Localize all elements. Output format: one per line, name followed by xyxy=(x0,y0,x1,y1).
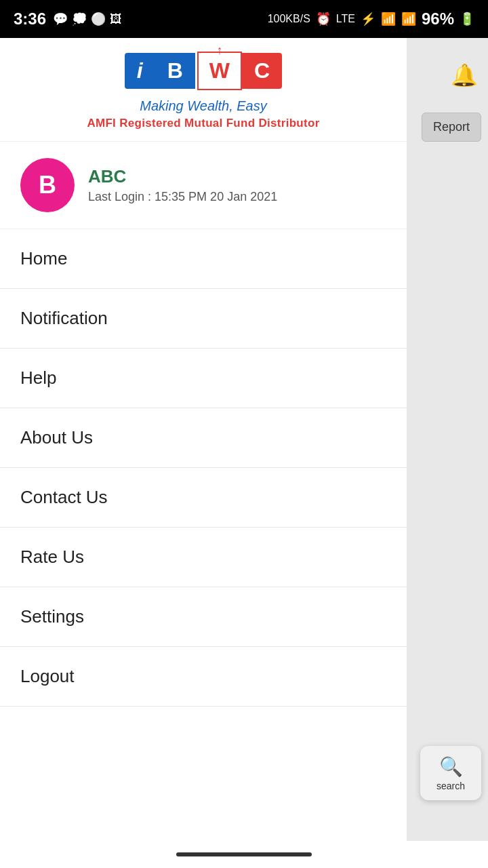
app-right-panel: 🔔 Report 🔍 search xyxy=(407,38,488,841)
search-fab-icon: 🔍 xyxy=(439,755,463,778)
logo-b: B xyxy=(155,53,197,89)
messenger-icon: 💬 xyxy=(53,12,68,26)
navigation-drawer: i B ↑ W C Making Wealth, Easy AMFI Regis… xyxy=(0,38,407,841)
avatar: B xyxy=(20,158,75,212)
menu-item-home[interactable]: Home xyxy=(0,229,407,289)
bluetooth-icon: ⚡ xyxy=(361,12,375,26)
logo-c-area: C xyxy=(242,53,282,89)
search-fab[interactable]: 🔍 search xyxy=(420,746,481,800)
bottom-bar xyxy=(0,841,488,868)
user-profile: B ABC Last Login : 15:35 PM 20 Jan 2021 xyxy=(0,142,407,229)
logo-area: i B ↑ W C Making Wealth, Easy AMFI Regis… xyxy=(0,38,407,142)
status-left: 3:36 💬 💭 ⚪ 🖼 xyxy=(14,9,122,28)
circle-icon: ⚪ xyxy=(91,12,106,26)
user-name: ABC xyxy=(88,166,277,187)
menu-item-rate-us[interactable]: Rate Us xyxy=(0,528,407,587)
logo-arrow: ↑ xyxy=(216,43,222,58)
logo-w-area: ↑ W xyxy=(197,52,242,90)
amfi-text: AMFI Registered Mutual Fund Distributor xyxy=(87,117,319,130)
battery-icon: 🔋 xyxy=(460,12,474,26)
status-icons: 💬 💭 ⚪ 🖼 xyxy=(53,12,122,26)
menu-item-logout[interactable]: Logout xyxy=(0,647,407,707)
status-right: 100KB/S ⏰ LTE ⚡ 📶 📶 96% 🔋 xyxy=(268,9,474,28)
user-last-login: Last Login : 15:35 PM 20 Jan 2021 xyxy=(88,190,277,204)
menu-item-settings[interactable]: Settings xyxy=(0,587,407,647)
lte-icon: LTE xyxy=(336,13,355,25)
image-icon: 🖼 xyxy=(110,12,122,26)
menu-item-notification[interactable]: Notification xyxy=(0,289,407,349)
logo-i: i xyxy=(125,53,155,89)
status-bar: 3:36 💬 💭 ⚪ 🖼 100KB/S ⏰ LTE ⚡ 📶 📶 96% 🔋 xyxy=(0,0,488,38)
logo-c: C xyxy=(254,58,270,83)
logo-box: i B ↑ W C xyxy=(125,52,282,90)
notification-bell[interactable]: 🔔 xyxy=(441,52,488,99)
battery-level: 96% xyxy=(422,9,454,28)
user-info: ABC Last Login : 15:35 PM 20 Jan 2021 xyxy=(88,166,277,204)
tagline: Making Wealth, Easy xyxy=(140,98,267,114)
signal-icon: 📶 xyxy=(401,12,416,26)
chat-icon: 💭 xyxy=(72,12,87,26)
home-indicator xyxy=(176,852,312,856)
menu-item-about-us[interactable]: About Us xyxy=(0,408,407,468)
wifi-icon: 📶 xyxy=(381,12,396,26)
search-fab-label: search xyxy=(436,781,465,791)
logo-w: W xyxy=(209,58,230,83)
alarm-icon: ⏰ xyxy=(316,12,331,26)
speed-icon: 100KB/S xyxy=(268,13,310,25)
report-button[interactable]: Report xyxy=(422,113,481,142)
menu-item-help[interactable]: Help xyxy=(0,349,407,408)
menu-list: HomeNotificationHelpAbout UsContact UsRa… xyxy=(0,229,407,841)
status-time: 3:36 xyxy=(14,9,46,28)
menu-item-contact-us[interactable]: Contact Us xyxy=(0,468,407,528)
